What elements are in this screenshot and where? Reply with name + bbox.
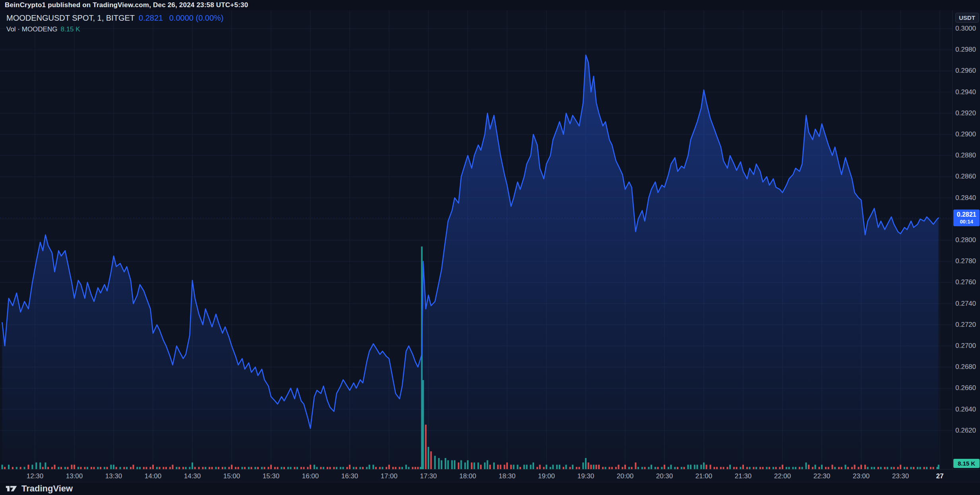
tradingview-logo-icon[interactable] — [6, 484, 17, 493]
volume-indicator-value: 8.15 K — [60, 25, 80, 33]
attribution-bar: BeinCrypto1 published on TradingView.com… — [0, 0, 980, 10]
time-tick-label: 17:00 — [377, 472, 401, 480]
time-tick-label: 17:30 — [416, 472, 440, 480]
tradingview-brand[interactable]: TradingView — [21, 483, 73, 494]
time-tick-label: 23:30 — [889, 472, 912, 480]
time-tick-label: 15:00 — [220, 472, 244, 480]
time-tick-label: 18:00 — [456, 472, 480, 480]
time-tick-label: 15:30 — [259, 472, 283, 480]
time-tick-label: 20:30 — [653, 472, 676, 480]
last-price-value: 0.2821 — [139, 14, 163, 22]
price-scale[interactable]: USDT 0.30000.29800.29600.29400.29200.290… — [952, 10, 980, 469]
time-tick-label: 18:30 — [495, 472, 519, 480]
price-tick-label: 0.3000 — [955, 25, 976, 33]
price-tick-label: 0.2920 — [955, 109, 976, 117]
time-tick-label: 16:30 — [338, 472, 362, 480]
time-tick-label: 23:00 — [849, 472, 873, 480]
price-tick-label: 0.2640 — [955, 406, 976, 413]
time-tick-label: 16:00 — [298, 472, 322, 480]
chart-area: MOODENGUSDT SPOT, 1, BITGET0.2821 0.0000… — [0, 10, 980, 482]
time-tick-label: 22:30 — [810, 472, 834, 480]
currency-toggle[interactable]: USDT — [955, 13, 979, 23]
time-tick-label: 21:30 — [731, 472, 755, 480]
price-tick-label: 0.2660 — [955, 384, 976, 392]
price-tick-label: 0.2880 — [955, 151, 976, 159]
volume-indicator-label[interactable]: Vol · MOODENG — [6, 25, 57, 33]
time-tick-label: 14:00 — [141, 472, 165, 480]
time-tick-label: 19:30 — [574, 472, 598, 480]
bar-countdown: 00:14 — [953, 219, 980, 225]
last-price-badge: 0.2821 00:14 — [953, 210, 980, 226]
price-tick-label: 0.2620 — [955, 427, 976, 435]
volume-badge: 8.15 K — [953, 459, 980, 468]
last-price-badge-value: 0.2821 — [953, 211, 980, 219]
price-tick-label: 0.2860 — [955, 173, 976, 181]
price-tick-label: 0.2720 — [955, 321, 976, 329]
price-tick-label: 0.2900 — [955, 130, 976, 138]
time-tick-label: 14:30 — [180, 472, 204, 480]
time-tick-label: 13:30 — [102, 472, 126, 480]
price-tick-label: 0.2700 — [955, 342, 976, 350]
price-tick-label: 0.2980 — [955, 46, 976, 54]
time-tick-label: 19:00 — [535, 472, 558, 480]
price-tick-label: 0.2680 — [955, 363, 976, 371]
time-tick-label: 13:00 — [62, 472, 86, 480]
footer-bar: TradingView — [0, 482, 980, 495]
price-tick-label: 0.2740 — [955, 300, 976, 308]
chart-legend: MOODENGUSDT SPOT, 1, BITGET0.2821 0.0000… — [6, 14, 224, 33]
symbol-title[interactable]: MOODENGUSDT SPOT, 1, BITGET — [6, 14, 135, 22]
price-tick-label: 0.2760 — [955, 278, 976, 286]
price-tick-label: 0.2780 — [955, 257, 976, 265]
time-tick-label: 27 — [928, 472, 952, 480]
time-tick-label: 12:30 — [23, 472, 47, 480]
time-tick-label: 20:00 — [613, 472, 637, 480]
price-tick-label: 0.2840 — [955, 194, 976, 202]
price-tick-label: 0.2800 — [955, 236, 976, 244]
price-chart-canvas[interactable] — [0, 10, 952, 469]
price-tick-label: 0.2940 — [955, 88, 976, 96]
time-tick-label: 21:00 — [692, 472, 716, 480]
price-tick-label: 0.2960 — [955, 67, 976, 75]
attribution-text: BeinCrypto1 published on TradingView.com… — [5, 1, 248, 9]
time-tick-label: 22:00 — [771, 472, 794, 480]
time-scale[interactable]: 12:3013:0013:3014:0014:3015:0015:3016:00… — [0, 469, 980, 482]
price-change-value: 0.0000 (0.00%) — [169, 14, 224, 22]
